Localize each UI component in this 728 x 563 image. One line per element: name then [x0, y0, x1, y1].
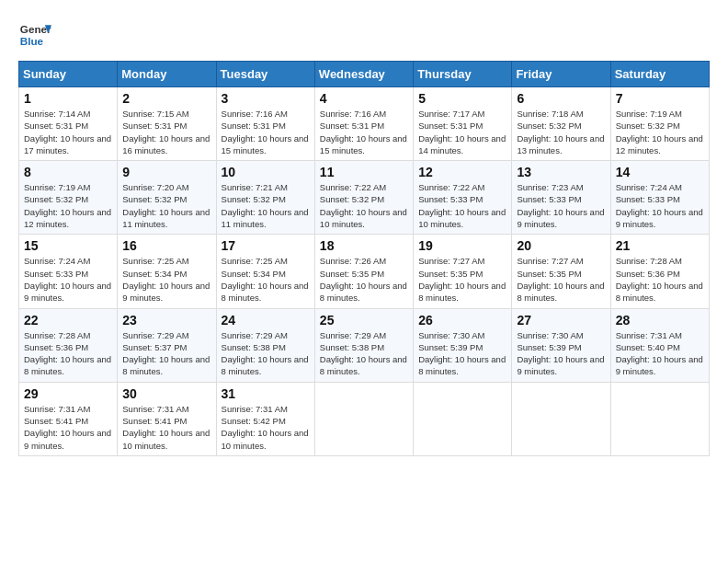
day-cell: 14Sunrise: 7:24 AM Sunset: 5:33 PM Dayli…: [610, 161, 709, 235]
day-number: 23: [122, 313, 210, 327]
day-info: Sunrise: 7:16 AM Sunset: 5:31 PM Dayligh…: [320, 108, 408, 156]
column-header-saturday: Saturday: [610, 62, 709, 87]
day-info: Sunrise: 7:28 AM Sunset: 5:36 PM Dayligh…: [616, 255, 704, 304]
day-cell: 27Sunrise: 7:30 AM Sunset: 5:39 PM Dayli…: [512, 308, 610, 382]
day-cell: 4Sunrise: 7:16 AM Sunset: 5:31 PM Daylig…: [314, 87, 413, 161]
day-cell: 19Sunrise: 7:27 AM Sunset: 5:35 PM Dayli…: [414, 235, 512, 308]
day-info: Sunrise: 7:31 AM Sunset: 5:41 PM Dayligh…: [122, 403, 210, 452]
day-cell: 12Sunrise: 7:22 AM Sunset: 5:33 PM Dayli…: [414, 161, 512, 235]
column-header-wednesday: Wednesday: [314, 62, 413, 87]
day-info: Sunrise: 7:30 AM Sunset: 5:39 PM Dayligh…: [418, 329, 506, 378]
day-number: 29: [24, 386, 112, 401]
day-cell: 8Sunrise: 7:19 AM Sunset: 5:32 PM Daylig…: [19, 161, 118, 235]
day-number: 8: [24, 165, 112, 179]
day-number: 28: [616, 313, 704, 327]
day-cell: [314, 382, 413, 455]
day-cell: 26Sunrise: 7:30 AM Sunset: 5:39 PM Dayli…: [414, 308, 512, 382]
day-cell: 6Sunrise: 7:18 AM Sunset: 5:32 PM Daylig…: [512, 87, 610, 161]
calendar-table: SundayMondayTuesdayWednesdayThursdayFrid…: [18, 61, 710, 456]
week-row-2: 8Sunrise: 7:19 AM Sunset: 5:32 PM Daylig…: [19, 161, 710, 235]
day-number: 27: [517, 313, 605, 327]
day-number: 14: [616, 165, 704, 179]
day-info: Sunrise: 7:19 AM Sunset: 5:32 PM Dayligh…: [616, 108, 704, 156]
day-number: 12: [418, 165, 506, 179]
day-info: Sunrise: 7:31 AM Sunset: 5:41 PM Dayligh…: [24, 403, 112, 452]
column-header-sunday: Sunday: [19, 62, 118, 87]
logo: General Blue: [18, 18, 51, 52]
day-cell: 24Sunrise: 7:29 AM Sunset: 5:38 PM Dayli…: [216, 308, 314, 382]
day-cell: 10Sunrise: 7:21 AM Sunset: 5:32 PM Dayli…: [216, 161, 314, 235]
day-cell: 30Sunrise: 7:31 AM Sunset: 5:41 PM Dayli…: [118, 382, 216, 455]
week-row-1: 1Sunrise: 7:14 AM Sunset: 5:31 PM Daylig…: [19, 87, 710, 161]
day-info: Sunrise: 7:14 AM Sunset: 5:31 PM Dayligh…: [24, 108, 112, 156]
day-number: 21: [616, 238, 704, 253]
day-info: Sunrise: 7:27 AM Sunset: 5:35 PM Dayligh…: [418, 255, 506, 304]
day-cell: 28Sunrise: 7:31 AM Sunset: 5:40 PM Dayli…: [610, 308, 709, 382]
day-cell: 11Sunrise: 7:22 AM Sunset: 5:32 PM Dayli…: [314, 161, 413, 235]
week-row-5: 29Sunrise: 7:31 AM Sunset: 5:41 PM Dayli…: [19, 382, 710, 455]
day-number: 30: [122, 386, 210, 401]
day-info: Sunrise: 7:29 AM Sunset: 5:38 PM Dayligh…: [222, 329, 310, 378]
day-number: 2: [122, 91, 210, 106]
day-info: Sunrise: 7:22 AM Sunset: 5:32 PM Dayligh…: [320, 181, 408, 230]
day-number: 31: [222, 386, 310, 401]
day-cell: [414, 382, 512, 455]
day-number: 13: [517, 165, 605, 179]
day-cell: 9Sunrise: 7:20 AM Sunset: 5:32 PM Daylig…: [118, 161, 216, 235]
day-cell: 7Sunrise: 7:19 AM Sunset: 5:32 PM Daylig…: [610, 87, 709, 161]
day-info: Sunrise: 7:18 AM Sunset: 5:32 PM Dayligh…: [517, 108, 605, 156]
day-number: 17: [222, 238, 310, 253]
day-info: Sunrise: 7:23 AM Sunset: 5:33 PM Dayligh…: [517, 181, 605, 230]
day-number: 7: [616, 91, 704, 106]
day-info: Sunrise: 7:16 AM Sunset: 5:31 PM Dayligh…: [222, 108, 310, 156]
day-cell: 25Sunrise: 7:29 AM Sunset: 5:38 PM Dayli…: [314, 308, 413, 382]
day-info: Sunrise: 7:21 AM Sunset: 5:32 PM Dayligh…: [222, 181, 310, 230]
day-number: 9: [122, 165, 210, 179]
day-number: 10: [222, 165, 310, 179]
day-info: Sunrise: 7:31 AM Sunset: 5:40 PM Dayligh…: [616, 329, 704, 378]
day-cell: [512, 382, 610, 455]
day-cell: 13Sunrise: 7:23 AM Sunset: 5:33 PM Dayli…: [512, 161, 610, 235]
day-number: 15: [24, 238, 112, 253]
day-number: 24: [222, 313, 310, 327]
day-number: 1: [24, 91, 112, 106]
day-info: Sunrise: 7:28 AM Sunset: 5:36 PM Dayligh…: [24, 329, 112, 378]
day-info: Sunrise: 7:15 AM Sunset: 5:31 PM Dayligh…: [122, 108, 210, 156]
day-cell: 20Sunrise: 7:27 AM Sunset: 5:35 PM Dayli…: [512, 235, 610, 308]
day-info: Sunrise: 7:29 AM Sunset: 5:37 PM Dayligh…: [122, 329, 210, 378]
day-number: 22: [24, 313, 112, 327]
day-info: Sunrise: 7:29 AM Sunset: 5:38 PM Dayligh…: [320, 329, 408, 378]
day-info: Sunrise: 7:31 AM Sunset: 5:42 PM Dayligh…: [222, 403, 310, 452]
day-cell: 29Sunrise: 7:31 AM Sunset: 5:41 PM Dayli…: [19, 382, 118, 455]
day-number: 26: [418, 313, 506, 327]
day-cell: 23Sunrise: 7:29 AM Sunset: 5:37 PM Dayli…: [118, 308, 216, 382]
day-cell: 2Sunrise: 7:15 AM Sunset: 5:31 PM Daylig…: [118, 87, 216, 161]
day-info: Sunrise: 7:27 AM Sunset: 5:35 PM Dayligh…: [517, 255, 605, 304]
day-cell: 16Sunrise: 7:25 AM Sunset: 5:34 PM Dayli…: [118, 235, 216, 308]
day-number: 20: [517, 238, 605, 253]
day-cell: 1Sunrise: 7:14 AM Sunset: 5:31 PM Daylig…: [19, 87, 118, 161]
day-cell: 15Sunrise: 7:24 AM Sunset: 5:33 PM Dayli…: [19, 235, 118, 308]
day-number: 25: [320, 313, 408, 327]
header-row: SundayMondayTuesdayWednesdayThursdayFrid…: [19, 62, 710, 87]
day-info: Sunrise: 7:22 AM Sunset: 5:33 PM Dayligh…: [418, 181, 506, 230]
day-info: Sunrise: 7:26 AM Sunset: 5:35 PM Dayligh…: [320, 255, 408, 304]
day-cell: [610, 382, 709, 455]
day-number: 11: [320, 165, 408, 179]
day-number: 19: [418, 238, 506, 253]
day-cell: 5Sunrise: 7:17 AM Sunset: 5:31 PM Daylig…: [414, 87, 512, 161]
day-cell: 31Sunrise: 7:31 AM Sunset: 5:42 PM Dayli…: [216, 382, 314, 455]
day-info: Sunrise: 7:24 AM Sunset: 5:33 PM Dayligh…: [616, 181, 704, 230]
column-header-thursday: Thursday: [414, 62, 512, 87]
day-number: 3: [222, 91, 310, 106]
day-info: Sunrise: 7:24 AM Sunset: 5:33 PM Dayligh…: [24, 255, 112, 304]
day-number: 16: [122, 238, 210, 253]
day-number: 18: [320, 238, 408, 253]
day-cell: 3Sunrise: 7:16 AM Sunset: 5:31 PM Daylig…: [216, 87, 314, 161]
column-header-friday: Friday: [512, 62, 610, 87]
logo-icon: General Blue: [18, 18, 51, 52]
week-row-4: 22Sunrise: 7:28 AM Sunset: 5:36 PM Dayli…: [19, 308, 710, 382]
day-info: Sunrise: 7:25 AM Sunset: 5:34 PM Dayligh…: [122, 255, 210, 304]
day-info: Sunrise: 7:17 AM Sunset: 5:31 PM Dayligh…: [418, 108, 506, 156]
day-info: Sunrise: 7:30 AM Sunset: 5:39 PM Dayligh…: [517, 329, 605, 378]
